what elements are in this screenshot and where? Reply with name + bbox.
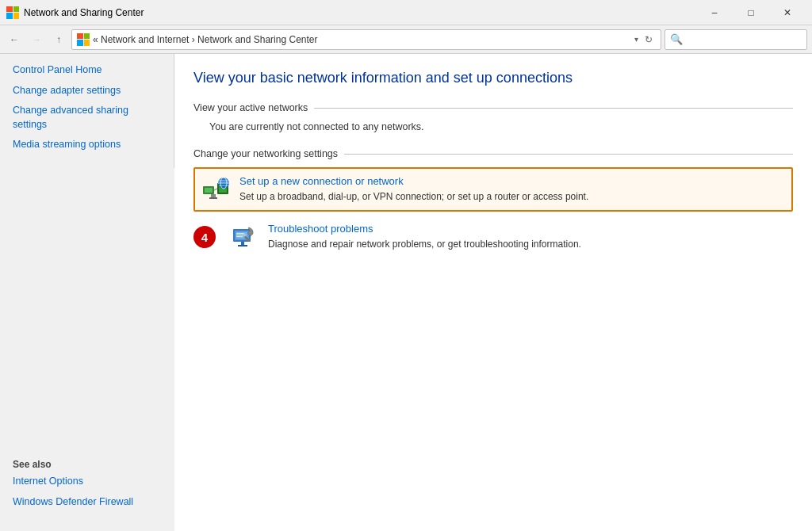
see-also-label: See also [13, 459, 133, 470]
maximize-button[interactable]: □ [733, 0, 769, 25]
address-dropdown-icon[interactable]: ▾ [634, 35, 638, 44]
sidebar-item-control-panel-home[interactable]: Control Panel Home [13, 63, 161, 78]
active-networks-line [314, 108, 793, 109]
app-icon [6, 6, 19, 19]
active-networks-header: View your active networks [193, 102, 793, 113]
active-networks-title: View your active networks [193, 102, 308, 113]
sidebar: Control Panel Home Change adapter settin… [0, 54, 174, 168]
active-networks-message: You are currently not connected to any n… [209, 121, 793, 132]
networking-settings-line [344, 154, 793, 155]
troubleshoot-icon [230, 223, 259, 251]
svg-rect-1 [205, 188, 213, 193]
sidebar-item-advanced-sharing[interactable]: Change advanced sharing settings [13, 104, 161, 132]
forward-button[interactable]: → [27, 30, 46, 49]
up-button[interactable]: ↑ [49, 30, 68, 49]
setup-connection-item: Set up a new connection or network Set u… [193, 167, 793, 212]
setup-connection-link[interactable]: Set up a new connection or network [239, 175, 785, 187]
sidebar-footer: See also Internet Options Windows Defend… [13, 459, 133, 515]
window-title: Network and Sharing Center [24, 7, 144, 18]
search-icon: 🔍 [670, 33, 683, 45]
troubleshoot-svg-icon [230, 223, 259, 251]
svg-line-4 [214, 189, 217, 190]
setup-connection-icon [201, 175, 230, 204]
sidebar-item-windows-defender[interactable]: Windows Defender Firewall [13, 495, 133, 510]
minimize-button[interactable]: – [696, 0, 733, 25]
window-controls: – □ ✕ [696, 0, 806, 25]
sidebar-item-internet-options[interactable]: Internet Options [13, 475, 133, 489]
address-bar: ← → ↑ « Network and Internet › Network a… [0, 25, 812, 54]
svg-rect-19 [238, 245, 247, 246]
title-bar: Network and Sharing Center – □ ✕ [0, 0, 812, 25]
page-title: View your basic network information and … [193, 70, 793, 86]
troubleshoot-content: Troubleshoot problems Diagnose and repai… [268, 223, 787, 250]
address-box[interactable]: « Network and Internet › Network and Sha… [71, 29, 661, 50]
content-area: View your basic network information and … [174, 54, 812, 531]
title-bar-left: Network and Sharing Center [6, 6, 144, 19]
close-button[interactable]: ✕ [769, 0, 806, 25]
svg-rect-6 [209, 197, 217, 199]
main-layout: Control Panel Home Change adapter settin… [0, 54, 812, 531]
sidebar-item-media-streaming[interactable]: Media streaming options [13, 138, 161, 152]
sidebar-item-change-adapter[interactable]: Change adapter settings [13, 84, 161, 98]
svg-rect-18 [241, 242, 244, 245]
connection-svg-icon [201, 175, 230, 204]
svg-rect-17 [236, 236, 243, 237]
svg-rect-5 [211, 194, 216, 197]
troubleshoot-desc: Diagnose and repair network problems, or… [268, 239, 581, 250]
setup-connection-content: Set up a new connection or network Set u… [239, 175, 785, 202]
back-button[interactable]: ← [5, 30, 24, 49]
troubleshoot-item: Troubleshoot problems Diagnose and repai… [224, 216, 793, 258]
svg-rect-16 [236, 235, 246, 235]
address-text: « Network and Internet › Network and Sha… [93, 34, 631, 45]
refresh-button[interactable]: ↻ [642, 34, 656, 45]
troubleshoot-link[interactable]: Troubleshoot problems [268, 223, 787, 235]
svg-rect-15 [236, 233, 244, 234]
networking-settings-title: Change your networking settings [193, 148, 338, 159]
step-badge: 4 [193, 226, 216, 248]
address-icon [77, 33, 90, 46]
sidebar-wrapper: Control Panel Home Change adapter settin… [0, 54, 174, 531]
search-box[interactable]: 🔍 [665, 29, 807, 50]
networking-settings-header: Change your networking settings [193, 148, 793, 159]
setup-connection-desc: Set up a broadband, dial-up, or VPN conn… [239, 191, 588, 202]
